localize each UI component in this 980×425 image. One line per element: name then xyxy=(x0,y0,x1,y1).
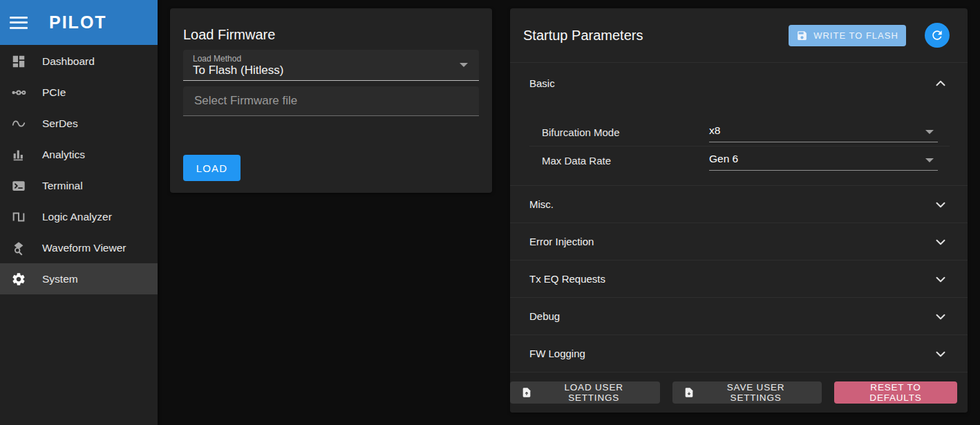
dropdown-arrow-icon xyxy=(925,158,934,162)
sidebar-item-label: Waveform Viewer xyxy=(42,242,126,254)
app-root: PILOT Dashboard P xyxy=(0,0,980,425)
sidebar-item-terminal[interactable]: Terminal xyxy=(0,170,158,201)
sidebar-item-waveform-viewer[interactable]: Waveform Viewer xyxy=(0,232,158,263)
app-title: PILOT xyxy=(49,12,107,32)
sidebar-item-label: PCIe xyxy=(42,86,66,99)
sidebar: PILOT Dashboard P xyxy=(0,0,158,425)
pcie-icon xyxy=(10,84,27,101)
startup-parameters-header: Startup Parameters WRITE TO FLASH xyxy=(510,8,968,62)
param-row-max-data-rate: Max Data Rate Gen 6 xyxy=(510,147,968,174)
sidebar-item-serdes[interactable]: SerDes xyxy=(0,108,158,139)
sidebar-item-label: SerDes xyxy=(42,117,78,130)
section-tx-eq-requests-label: Tx EQ Requests xyxy=(529,273,605,285)
sidebar-item-dashboard[interactable]: Dashboard xyxy=(0,46,158,77)
file-upload-icon xyxy=(521,387,532,398)
startup-parameters-footer: LOAD USER SETTINGS SAVE USER SETTINGS RE… xyxy=(510,372,968,413)
firmware-file-input[interactable] xyxy=(183,86,479,115)
sidebar-item-label: System xyxy=(42,273,78,285)
write-to-flash-button[interactable]: WRITE TO FLASH xyxy=(789,25,906,46)
section-error-injection[interactable]: Error Injection xyxy=(510,223,968,260)
sidebar-item-logic-analyzer[interactable]: Logic Analyzer xyxy=(0,201,158,232)
logic-analyzer-icon xyxy=(10,209,27,225)
sidebar-item-label: Analytics xyxy=(42,149,85,161)
sidebar-item-system[interactable]: System xyxy=(0,263,158,294)
sidebar-item-analytics[interactable]: Analytics xyxy=(0,139,158,170)
sidebar-item-pcie[interactable]: PCIe xyxy=(0,77,158,108)
file-download-icon xyxy=(684,387,695,398)
chevron-down-icon xyxy=(933,197,948,212)
load-user-settings-label: LOAD USER SETTINGS xyxy=(538,382,649,403)
system-gear-icon xyxy=(10,271,27,287)
save-user-settings-button[interactable]: SAVE USER SETTINGS xyxy=(672,381,822,404)
load-method-label: Load Method xyxy=(193,54,469,64)
load-user-settings-button[interactable]: LOAD USER SETTINGS xyxy=(510,381,660,404)
dashboard-icon xyxy=(10,53,27,70)
save-flash-icon xyxy=(796,30,808,41)
section-misc-label: Misc. xyxy=(529,198,554,210)
section-basic-content: Bifurcation Mode x8 Max Data Rate Gen 6 xyxy=(510,104,968,185)
max-data-rate-select[interactable]: Gen 6 xyxy=(709,150,938,171)
sidebar-item-label: Dashboard xyxy=(42,55,95,68)
sidebar-brand-header: PILOT xyxy=(0,0,158,45)
chevron-down-icon xyxy=(933,234,948,249)
serdes-icon xyxy=(10,115,27,132)
max-data-rate-value: Gen 6 xyxy=(709,153,738,170)
dropdown-arrow-icon xyxy=(925,130,934,134)
section-error-injection-label: Error Injection xyxy=(529,236,594,247)
waveform-viewer-icon xyxy=(10,240,27,256)
startup-parameters-title: Startup Parameters xyxy=(523,28,789,44)
refresh-button[interactable] xyxy=(925,23,950,48)
reset-to-defaults-button[interactable]: RESET TO DEFAULTS xyxy=(834,381,957,404)
terminal-icon xyxy=(10,178,27,194)
max-data-rate-label: Max Data Rate xyxy=(542,155,709,167)
section-basic-label: Basic xyxy=(529,77,555,89)
write-to-flash-label: WRITE TO FLASH xyxy=(813,30,898,41)
load-firmware-title: Load Firmware xyxy=(183,27,275,43)
chevron-down-icon xyxy=(933,309,948,324)
refresh-icon xyxy=(930,28,944,42)
chevron-up-icon xyxy=(933,76,948,91)
dropdown-arrow-icon xyxy=(460,63,468,67)
startup-parameters-panel: Startup Parameters WRITE TO FLASH Basic xyxy=(510,8,968,413)
reset-to-defaults-label: RESET TO DEFAULTS xyxy=(844,382,948,403)
chevron-down-icon xyxy=(933,346,948,361)
firmware-file-field[interactable] xyxy=(183,86,479,116)
bifurcation-mode-label: Bifurcation Mode xyxy=(542,126,709,138)
sidebar-item-label: Terminal xyxy=(42,180,83,192)
section-basic[interactable]: Basic xyxy=(510,62,968,104)
section-debug[interactable]: Debug xyxy=(510,297,968,334)
load-firmware-panel: Load Firmware Load Method To Flash (Hitl… xyxy=(170,8,492,193)
sidebar-item-label: Logic Analyzer xyxy=(42,211,112,223)
analytics-icon xyxy=(10,147,27,163)
bifurcation-mode-value: x8 xyxy=(709,124,720,142)
load-method-select[interactable]: Load Method To Flash (Hitless) xyxy=(183,50,479,81)
section-tx-eq-requests[interactable]: Tx EQ Requests xyxy=(510,260,968,297)
save-user-settings-label: SAVE USER SETTINGS xyxy=(701,382,811,403)
section-fw-logging[interactable]: FW Logging xyxy=(510,334,968,372)
load-button[interactable]: LOAD xyxy=(183,155,241,181)
section-fw-logging-label: FW Logging xyxy=(529,348,585,359)
bifurcation-mode-select[interactable]: x8 xyxy=(709,122,938,142)
section-misc[interactable]: Misc. xyxy=(510,185,968,223)
param-row-bifurcation-mode: Bifurcation Mode x8 xyxy=(510,118,968,146)
load-method-value: To Flash (Hitless) xyxy=(193,64,469,77)
chevron-down-icon xyxy=(933,272,948,287)
sidebar-nav: Dashboard PCIe xyxy=(0,45,158,294)
section-debug-label: Debug xyxy=(529,310,560,322)
menu-icon[interactable] xyxy=(10,17,28,29)
